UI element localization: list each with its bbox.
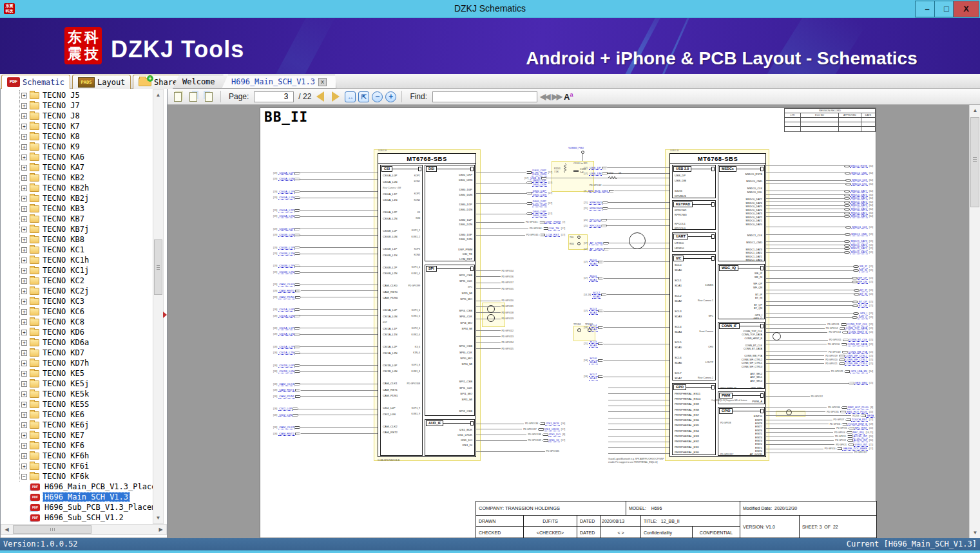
expand-icon[interactable]: + [21,93,27,98]
tree-folder-item[interactable]: + TECNO KE6j [1,420,153,430]
expand-icon[interactable]: + [21,402,27,408]
tree-folder-item[interactable]: + TECNO KE6 [1,409,153,420]
page-number-input[interactable] [254,91,294,102]
match-case-icon[interactable]: Aa [564,91,573,102]
scroll-right-icon[interactable]: ▶ [156,525,166,534]
tab-welcome[interactable]: Welcome [173,75,225,89]
splitter-collapse-icon[interactable] [163,312,167,318]
scroll-left-icon[interactable]: ◀ [2,525,12,534]
viewer-vertical-scrollbar[interactable]: ▲ ▼ [969,105,980,538]
tree-folder-item[interactable]: + TECNO K7 [1,121,153,131]
expand-icon[interactable]: + [21,185,27,191]
collapse-icon[interactable]: − [21,474,27,480]
tree-folder-item[interactable]: + TECNO J5 [1,90,153,100]
tree-file-item[interactable]: PDF H696_Sub_PCB_V1.3_Placement [1,502,153,512]
tab-document-h696[interactable]: H696_Main_SCH_V1.3 x [222,75,336,89]
expand-icon[interactable]: + [21,227,27,232]
expand-icon[interactable]: + [21,247,27,253]
expand-icon[interactable]: + [21,237,27,243]
page-layout-facing-icon[interactable] [187,91,200,103]
page-layout-single-icon[interactable] [171,91,184,103]
scroll-up-icon[interactable]: ▲ [153,90,163,100]
tree-folder-item[interactable]: + TECNO KF6h [1,451,153,461]
tree-folder-item[interactable]: + TECNO KA6 [1,152,153,162]
tree-hscrollbar-thumb[interactable] [13,525,91,534]
expand-icon[interactable]: + [21,113,27,119]
tree-scrollbar-thumb[interactable] [154,239,162,295]
tree-folder-item[interactable]: + TECNO KB7 [1,214,153,224]
scroll-down-icon[interactable]: ▼ [153,513,163,523]
scroll-down-icon[interactable]: ▼ [970,528,980,538]
fit-page-icon[interactable]: ⇱ [358,91,369,102]
expand-icon[interactable]: + [21,340,27,346]
expand-icon[interactable]: + [21,155,27,160]
viewer-scrollbar-thumb[interactable] [970,117,979,207]
tree-folder-item[interactable]: + TECNO KB2h [1,183,153,193]
expand-icon[interactable]: + [21,144,27,150]
expand-icon[interactable]: + [21,391,27,397]
tree-horizontal-scrollbar[interactable]: ◀ ▶ [1,524,167,535]
tree-folder-item[interactable]: + TECNO KE5S [1,399,153,409]
tree-folder-item[interactable]: + TECNO KE7 [1,430,153,440]
tree-folder-item[interactable]: + TECNO KD7 [1,348,153,358]
tree-folder-item[interactable]: + TECNO K9 [1,142,153,152]
tree-folder-item-expanded[interactable]: − TECNO KF6k [1,471,153,482]
find-input[interactable] [432,91,537,102]
schematic-viewer[interactable]: BB_II REVISION RECORD LTRECO NO APPROVED… [168,105,969,538]
tree-folder-item[interactable]: + TECNO KB2 [1,173,153,183]
expand-icon[interactable]: + [21,453,27,459]
expand-icon[interactable]: + [21,309,27,315]
expand-icon[interactable]: + [21,216,27,222]
expand-icon[interactable]: + [21,268,27,274]
expand-icon[interactable]: + [21,361,27,366]
expand-icon[interactable]: + [21,165,27,171]
tree-folder-item[interactable]: + TECNO KF6i [1,461,153,471]
tab-schematic[interactable]: PDF Schematic [1,75,70,89]
tree-folder-item[interactable]: + TECNO KB7j [1,224,153,234]
tree-folder-item[interactable]: + TECNO K8 [1,131,153,142]
find-next-icon[interactable]: ▶▶ [552,92,561,101]
expand-icon[interactable]: + [21,206,27,212]
expand-icon[interactable]: + [21,278,27,284]
find-previous-icon[interactable]: ◀◀ [540,92,549,101]
scroll-up-icon[interactable]: ▲ [970,106,980,115]
expand-icon[interactable]: + [21,330,27,335]
tree-folder-item[interactable]: + TECNO J8 [1,111,153,121]
tree-folder-item[interactable]: + TECNO KC8 [1,317,153,327]
page-layout-continuous-icon[interactable] [202,91,215,103]
expand-icon[interactable]: + [21,433,27,438]
tree-folder-item[interactable]: + TECNO KB3 [1,203,153,214]
expand-icon[interactable]: + [21,350,27,356]
expand-icon[interactable]: + [21,124,27,129]
tree-folder-item[interactable]: + TECNO KF6 [1,440,153,451]
tree-folder-item[interactable]: + TECNO KA7 [1,162,153,173]
tree-folder-item[interactable]: + TECNO KD6 [1,327,153,337]
close-button[interactable]: X [953,1,979,17]
tree-folder-item[interactable]: + TECNO KE5 [1,368,153,379]
tab-layout[interactable]: PADS Layout [72,75,131,89]
tree-folder-item[interactable]: + TECNO KE5k [1,389,153,399]
expand-icon[interactable]: + [21,443,27,449]
tree-folder-item[interactable]: + TECNO KB8 [1,234,153,245]
tree-file-item[interactable]: PDF H696_Main_PCB_V1.3_Placement [1,482,153,492]
expand-icon[interactable]: + [21,412,27,418]
fit-width-icon[interactable]: ↔ [345,91,356,102]
expand-icon[interactable]: + [21,381,27,387]
expand-icon[interactable]: + [21,422,27,428]
zoom-out-icon[interactable]: − [372,91,383,102]
expand-icon[interactable]: + [21,464,27,469]
tree-folder-item[interactable]: + TECNO KC3 [1,296,153,306]
tree-folder-item[interactable]: + TECNO KC1 [1,245,153,255]
tree-folder-item[interactable]: + TECNO KC6 [1,306,153,317]
close-tab-icon[interactable]: x [318,78,327,86]
tree-folder-item[interactable]: + TECNO KC1h [1,255,153,265]
expand-icon[interactable]: + [21,196,27,202]
tree-folder-item[interactable]: + TECNO KC2j [1,286,153,296]
expand-icon[interactable]: + [21,175,27,181]
tree-file-item[interactable]: PDF H696_Main_SCH_V1.3 [1,492,153,502]
tree-file-item[interactable]: PDF H696_Sub_SCH_V1.2 [1,512,153,523]
expand-icon[interactable]: + [21,371,27,377]
tree-vertical-scrollbar[interactable]: ▲ ▼ [153,89,164,524]
expand-icon[interactable]: + [21,299,27,305]
expand-icon[interactable]: + [21,258,27,263]
